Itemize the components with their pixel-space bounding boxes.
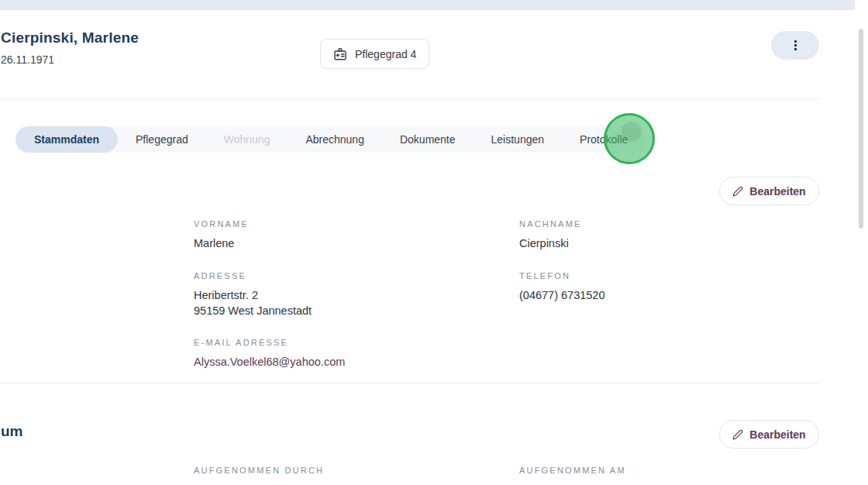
field-value: 04.09.2024 (519, 482, 626, 485)
edit-stammdaten-button[interactable]: Bearbeiten (719, 177, 819, 205)
tab-protokolle[interactable]: Protokolle (562, 126, 646, 153)
kebab-vertical-icon (794, 40, 797, 50)
section-heading-clipped: um (1, 423, 23, 440)
field-label: E-MAIL ADRESSE (194, 338, 345, 347)
tab-abrechnung[interactable]: Abrechnung (288, 126, 382, 153)
tab-leistungen[interactable]: Leistungen (474, 126, 563, 153)
patient-birthdate: 26.11.1971 (1, 53, 54, 66)
patient-tabbar: Stammdaten Pflegegrad Wohnung Abrechnung… (16, 126, 646, 153)
field-aufgenommen-am: AUFGENOMMEN AM 04.09.2024 (519, 466, 626, 485)
field-adresse: ADRESSE Heribertstr. 2 95159 West Jannes… (194, 271, 312, 318)
field-label: AUFGENOMMEN DURCH (194, 466, 324, 475)
email-link[interactable]: Alyssa.Voelkel68@yahoo.com (194, 354, 345, 370)
field-value-line2: 95159 West Jannestadt (194, 303, 312, 318)
field-label: VORNAME (194, 219, 249, 229)
field-value-line1: Heribertstr. 2 (194, 287, 312, 303)
edit-button-label: Bearbeiten (749, 428, 805, 441)
tab-wohnung[interactable]: Wohnung (206, 126, 288, 153)
field-label: AUFGENOMMEN AM (519, 466, 626, 475)
field-email: E-MAIL ADRESSE Alyssa.Voelkel68@yahoo.co… (194, 338, 345, 370)
tab-dokumente[interactable]: Dokumente (382, 126, 474, 153)
page-title: Cierpinski, Marlene (1, 29, 139, 46)
field-label: TELEFON (519, 271, 604, 280)
edit-aufnahme-button[interactable]: Bearbeiten (719, 420, 819, 449)
field-vorname: VORNAME Marlene (194, 219, 249, 251)
field-label: NACHNAME (519, 219, 582, 229)
field-nachname: NACHNAME Cierpinski (519, 219, 582, 251)
care-level-badge-label: Pflegegrad 4 (355, 48, 416, 60)
top-strip (0, 0, 855, 10)
field-aufgenommen-durch: AUFGENOMMEN DURCH (194, 466, 324, 482)
field-telefon: TELEFON (04677) 6731520 (519, 271, 604, 303)
care-level-badge[interactable]: Pflegegrad 4 (320, 39, 429, 69)
field-value: (04677) 6731520 (519, 287, 604, 303)
pencil-icon (732, 186, 743, 197)
edit-button-label: Bearbeiten (749, 185, 805, 198)
id-badge-icon (333, 47, 347, 61)
field-label: ADRESSE (194, 271, 312, 280)
pencil-icon (732, 429, 743, 440)
tab-pflegegrad[interactable]: Pflegegrad (118, 126, 206, 153)
more-actions-button[interactable] (771, 31, 819, 60)
field-value: Marlene (194, 236, 249, 251)
vertical-scrollbar[interactable] (859, 29, 863, 229)
header-divider (0, 98, 819, 99)
field-value: Cierpinski (519, 236, 582, 251)
tab-stammdaten[interactable]: Stammdaten (16, 126, 118, 153)
section-divider (0, 383, 819, 384)
